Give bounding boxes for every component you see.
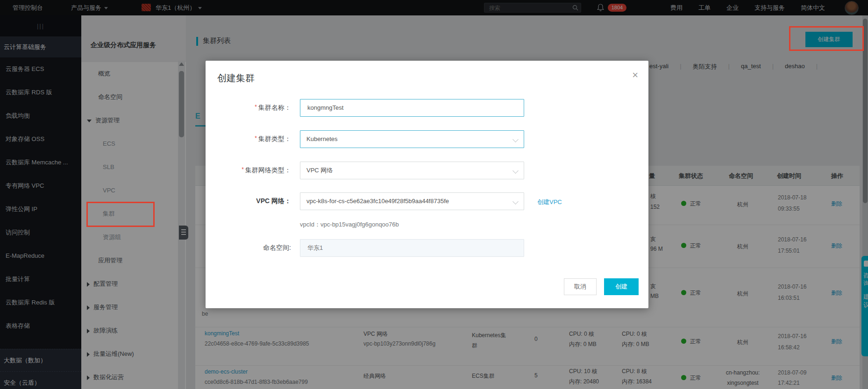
select-value: vpc-k8s-for-cs-c5e62ae3fc10e49f28f5b9aa4… <box>306 198 449 205</box>
field-label-cluster-type: *集群类型： <box>206 135 291 143</box>
required-mark: * <box>255 104 257 110</box>
select-value: Kubernetes <box>306 135 338 142</box>
chevron-down-icon <box>512 136 519 142</box>
field-label-text: VPC 网络： <box>256 197 291 205</box>
cluster-type-select[interactable]: Kubernetes <box>300 130 524 148</box>
submit-create-button[interactable]: 创建 <box>604 278 639 295</box>
modal-title: 创建集群 <box>217 72 255 85</box>
chevron-down-icon <box>512 198 519 205</box>
field-label-text: 集群类型： <box>258 135 291 142</box>
annotation-box-cluster-nav <box>86 202 155 227</box>
annotation-box-create-button <box>789 26 864 51</box>
required-mark: * <box>255 135 257 141</box>
field-label-namespace: 命名空间: <box>206 244 291 252</box>
field-label-cluster-name: *集群名称： <box>206 104 291 112</box>
console-screen: 管理控制台 产品与服务 华东1（杭州） 1804 费用 工单 企业 支持与服务 … <box>0 0 868 389</box>
field-label-vpc-network: VPC 网络： <box>206 197 291 205</box>
cluster-name-input-box <box>300 99 524 117</box>
field-label-text: 集群名称： <box>258 104 291 111</box>
chevron-down-icon <box>512 168 519 174</box>
vpc-network-select[interactable]: vpc-k8s-for-cs-c5e62ae3fc10e49f28f5b9aa4… <box>300 192 524 210</box>
field-label-text: 集群网络类型： <box>245 166 291 174</box>
create-cluster-modal: 创建集群 × *集群名称： *集群类型： Kubernetes *集群网络类型：… <box>206 61 648 308</box>
vpc-id-note: vpcId：vpc-bp15vagj0fg6gonqoo76b <box>300 220 399 229</box>
cluster-name-input[interactable] <box>306 100 512 116</box>
cancel-button[interactable]: 取消 <box>564 278 597 295</box>
network-type-select[interactable]: VPC 网络 <box>300 162 524 179</box>
create-vpc-link[interactable]: 创建VPC <box>537 198 562 206</box>
close-icon[interactable]: × <box>632 69 638 81</box>
namespace-input <box>306 240 512 256</box>
required-mark: * <box>242 166 244 173</box>
select-value: VPC 网络 <box>306 167 333 174</box>
field-label-network-type: *集群网络类型： <box>206 166 291 175</box>
namespace-input-box <box>300 239 524 257</box>
field-label-text: 命名空间: <box>263 244 291 251</box>
